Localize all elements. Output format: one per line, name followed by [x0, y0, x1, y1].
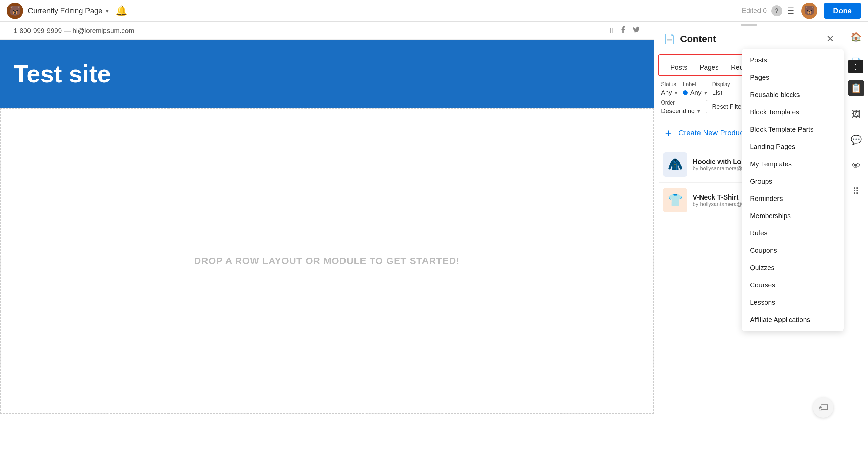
label-chevron: ▾ [704, 90, 707, 96]
canvas-area: 1-800-999-9999 — hi@loremipsum.com  Tes… [0, 22, 654, 472]
dropdown-item[interactable]: Posts [742, 52, 844, 69]
facebook-icon[interactable] [619, 26, 627, 33]
bell-icon[interactable]: 🔔 [116, 5, 127, 16]
sidebar-home-icon[interactable]: 🏠 [848, 29, 864, 45]
display-filter: Display List [712, 81, 730, 96]
floating-tag-icon: 🏷 [813, 397, 833, 418]
content-panel-icon: 📄 [664, 33, 675, 44]
facebook-icon[interactable]:  [610, 26, 613, 35]
dropdown-item[interactable]: Block Templates [742, 103, 844, 121]
sidebar-eye-icon[interactable]: 👁 [848, 157, 864, 174]
status-filter: Status Any ▾ [661, 81, 677, 96]
top-bar: 🐻 Currently Editing Page ▾ 🔔 Edited 0 ? … [0, 0, 868, 22]
site-header: 1-800-999-9999 — hi@loremipsum.com  [0, 22, 654, 40]
vneck-thumbnail: 👕 [663, 188, 687, 212]
close-button[interactable]: ✕ [826, 33, 834, 44]
dropdown-item[interactable]: Groups [742, 173, 844, 190]
dropdown-item[interactable]: Rules [742, 225, 844, 242]
avatar[interactable]: 🐻 [801, 3, 817, 19]
label-dot [683, 90, 688, 95]
dropdown-item[interactable]: Courses [742, 277, 844, 294]
hoodie-thumbnail: 🧥 [663, 152, 687, 177]
page-title: Currently Editing Page [28, 6, 102, 15]
tab-pages[interactable]: Pages [693, 60, 725, 75]
order-select[interactable]: Descending ▾ [661, 107, 700, 115]
status-label: Status [661, 81, 677, 88]
dropdown-item[interactable]: Coupons [742, 242, 844, 259]
main-layout: 1-800-999-9999 — hi@loremipsum.com  Tes… [0, 22, 868, 472]
logo[interactable]: 🐻 [7, 3, 23, 19]
dropdown-item[interactable]: Landing Pages [742, 138, 844, 155]
panel-header: 📄 Content ✕ [654, 26, 844, 50]
dropdown-item[interactable]: Lessons [742, 294, 844, 311]
tab-posts[interactable]: Posts [664, 60, 693, 75]
sidebar-comment-icon[interactable]: 💬 [848, 132, 864, 148]
label-select[interactable]: Any ▾ [683, 89, 707, 96]
display-label: Display [712, 81, 730, 88]
social-icons:  [610, 26, 640, 35]
display-select[interactable]: List [712, 89, 730, 96]
chevron-down-icon[interactable]: ▾ [106, 7, 109, 15]
hero-section: Test site [0, 40, 654, 108]
status-select[interactable]: Any ▾ [661, 89, 677, 96]
content-panel: 📄 Content ✕ Posts Pages Reusable blocks … [654, 22, 844, 472]
edited-label: Edited 0 [742, 7, 767, 15]
panel-title: Content [680, 34, 826, 44]
sidebar-image-icon[interactable]: 🖼 [848, 106, 864, 122]
dropdown-item[interactable]: Memberships [742, 207, 844, 225]
drop-zone-text: DROP A ROW LAYOUT OR MODULE TO GET START… [194, 256, 459, 266]
twitter-icon[interactable] [633, 26, 640, 33]
more-button[interactable]: ⋮ [848, 60, 863, 73]
dropdown-item[interactable]: Quizzes [742, 259, 844, 277]
dropdown-item[interactable]: Affiliate Applications [742, 311, 844, 328]
plus-icon: ＋ [663, 126, 674, 140]
order-filter: Order Descending ▾ [661, 100, 700, 115]
sidebar-grid-icon[interactable]: ⠿ [848, 183, 864, 200]
label-filter: Label Any ▾ [683, 81, 707, 96]
dropdown-item[interactable]: Reusable blocks [742, 86, 844, 103]
sidebar-content-icon[interactable]: 📋 [848, 80, 864, 96]
label-label: Label [683, 81, 707, 88]
phone-text: 1-800-999-9999 — hi@loremipsum.com [14, 27, 134, 35]
drop-zone[interactable]: DROP A ROW LAYOUT OR MODULE TO GET START… [0, 108, 654, 414]
status-chevron: ▾ [675, 90, 677, 96]
right-sidebar: 🏠 📄 📋 🖼 💬 👁 ⠿ [844, 22, 868, 472]
help-icon[interactable]: ? [771, 5, 782, 16]
dropdown-item[interactable]: Pages [742, 69, 844, 86]
dropdown-menu: PostsPagesReusable blocksBlock Templates… [742, 49, 844, 331]
dropdown-item[interactable]: My Templates [742, 155, 844, 173]
dropdown-item[interactable]: Reminders [742, 190, 844, 207]
order-chevron: ▾ [697, 108, 700, 114]
menu-lines-icon[interactable]: ☰ [787, 6, 794, 16]
hero-title: Test site [14, 60, 640, 88]
dropdown-item[interactable]: Block Template Parts [742, 121, 844, 138]
order-label: Order [661, 100, 700, 106]
done-button[interactable]: Done [824, 3, 861, 19]
